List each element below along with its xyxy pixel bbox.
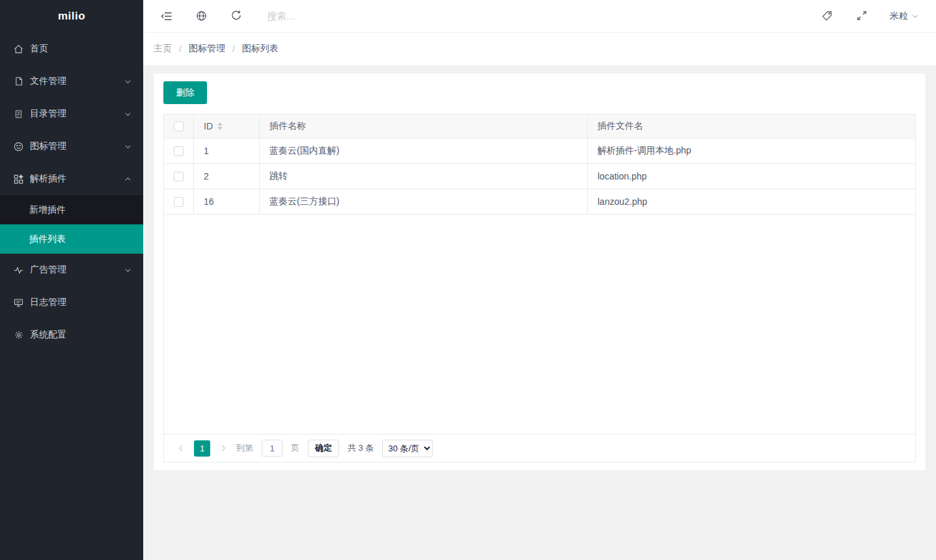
sidebar-item-label: 广告管理 [30, 264, 124, 276]
page-size-select[interactable]: 30 条/页 [382, 440, 433, 457]
table-header-row: ID 插件名称 插件文件名 [164, 114, 915, 139]
row-checkbox-cell [164, 189, 194, 214]
header-plugin-name: 插件名称 [260, 114, 588, 138]
cell-plugin-file: 解析插件-调用本地.php [588, 139, 915, 163]
plugin-parse-submenu: 新增插件 插件列表 [0, 195, 143, 254]
content-area: 删除 ID 插件名称 插件文件名 [143, 65, 936, 470]
fullscreen-icon[interactable] [856, 10, 869, 23]
goto-label: 到第 [236, 442, 253, 454]
sidebar-item-ad-management[interactable]: 广告管理 [0, 254, 143, 286]
sidebar-item-label: 文件管理 [30, 75, 124, 87]
smiley-icon [13, 141, 24, 152]
breadcrumb-separator: / [179, 44, 182, 54]
breadcrumb: 主页 / 图标管理 / 图标列表 [143, 33, 936, 65]
total-count-label: 共 3 条 [348, 442, 374, 454]
refresh-icon[interactable] [230, 10, 243, 23]
cell-id: 1 [194, 139, 260, 163]
monitor-icon [13, 297, 24, 308]
select-all-checkbox[interactable] [174, 122, 184, 131]
row-checkbox[interactable] [174, 172, 184, 181]
pagination-bar: 1 到第 页 确定 共 3 条 30 条/页 [164, 434, 915, 462]
sidebar-item-plugin-parse[interactable]: 解析插件 [0, 163, 143, 195]
goto-page-input[interactable] [262, 440, 282, 457]
delete-button[interactable]: 删除 [163, 81, 207, 104]
chevron-down-icon [124, 142, 132, 151]
next-page-icon[interactable] [219, 444, 228, 453]
page-unit-label: 页 [291, 442, 299, 454]
table-row: 2 跳转 location.php [164, 164, 915, 189]
sort-icon[interactable] [217, 122, 223, 130]
topbar-right: 米粒 [799, 10, 919, 23]
cell-plugin-name: 跳转 [260, 164, 588, 189]
user-menu[interactable]: 米粒 [890, 10, 919, 22]
row-checkbox[interactable] [174, 146, 184, 156]
cell-plugin-name: 蓝奏云(三方接口) [260, 189, 588, 214]
globe-icon[interactable] [195, 10, 208, 23]
table-empty-space [164, 215, 915, 434]
sidebar-item-label: 解析插件 [30, 173, 124, 185]
sidebar-item-label: 目录管理 [30, 108, 124, 120]
table-row: 1 蓝奏云(国内直解) 解析插件-调用本地.php [164, 139, 915, 164]
sidebar-item-label: 图标管理 [30, 140, 124, 152]
home-icon [13, 44, 24, 55]
chevron-down-icon [124, 266, 132, 274]
sidebar-subitem-label: 新增插件 [29, 204, 66, 216]
sidebar-item-label: 日志管理 [30, 297, 132, 308]
page-number-button[interactable]: 1 [194, 440, 210, 457]
cell-plugin-file: lanzou2.php [588, 189, 915, 214]
document-icon [13, 109, 24, 120]
row-checkbox-cell [164, 139, 194, 163]
row-checkbox[interactable] [174, 197, 184, 207]
sidebar-subitem-label: 插件列表 [29, 233, 66, 245]
sidebar: milio 首页 文件管理 目录管理 图标管理 [0, 0, 143, 560]
sidebar-item-icon-management[interactable]: 图标管理 [0, 130, 143, 163]
search-input[interactable] [266, 10, 480, 22]
sidebar-subitem-add-plugin[interactable]: 新增插件 [0, 195, 143, 224]
breadcrumb-icon-management[interactable]: 图标管理 [189, 43, 225, 55]
sidebar-item-label: 首页 [30, 43, 132, 55]
chevron-down-icon [911, 12, 919, 20]
chevron-down-icon [124, 110, 132, 118]
breadcrumb-home[interactable]: 主页 [154, 43, 172, 55]
row-checkbox-cell [164, 164, 194, 189]
header-id-label: ID [204, 121, 213, 131]
sidebar-item-directory-management[interactable]: 目录管理 [0, 98, 143, 130]
header-checkbox-cell [164, 114, 194, 138]
header-id[interactable]: ID [194, 114, 260, 138]
plugin-list-card: 删除 ID 插件名称 插件文件名 [154, 73, 926, 470]
top-header: 米粒 [143, 0, 936, 33]
sidebar-item-file-management[interactable]: 文件管理 [0, 65, 143, 98]
blocks-plus-icon [13, 174, 24, 185]
cell-plugin-name: 蓝奏云(国内直解) [260, 139, 588, 163]
app-logo: milio [0, 0, 143, 33]
file-icon [13, 76, 24, 87]
breadcrumb-separator: / [232, 44, 235, 54]
sidebar-item-system-config[interactable]: 系统配置 [0, 319, 143, 351]
chevron-down-icon [124, 77, 132, 86]
sidebar-item-log-management[interactable]: 日志管理 [0, 286, 143, 319]
plugin-table: ID 插件名称 插件文件名 1 蓝奏云(国内直解) 解析插件-调用本地.php [163, 114, 916, 462]
sidebar-subitem-plugin-list[interactable]: 插件列表 [0, 224, 143, 254]
header-plugin-file: 插件文件名 [588, 114, 915, 138]
table-row: 16 蓝奏云(三方接口) lanzou2.php [164, 189, 915, 215]
cell-id: 2 [194, 164, 260, 189]
cell-plugin-file: location.php [588, 164, 915, 189]
breadcrumb-icon-list: 图标列表 [242, 43, 279, 55]
gear-icon [13, 330, 24, 341]
prev-page-icon[interactable] [176, 444, 186, 453]
sidebar-item-label: 系统配置 [30, 329, 132, 341]
sidebar-item-home[interactable]: 首页 [0, 33, 143, 65]
activity-icon [13, 265, 24, 276]
chevron-up-icon [124, 175, 132, 183]
username: 米粒 [890, 10, 908, 22]
collapse-sidebar-icon[interactable] [160, 10, 173, 23]
confirm-button[interactable]: 确定 [308, 440, 339, 457]
cell-id: 16 [194, 189, 260, 214]
tag-icon[interactable] [821, 10, 834, 23]
main-area: 米粒 主页 / 图标管理 / 图标列表 删除 ID [143, 0, 936, 470]
